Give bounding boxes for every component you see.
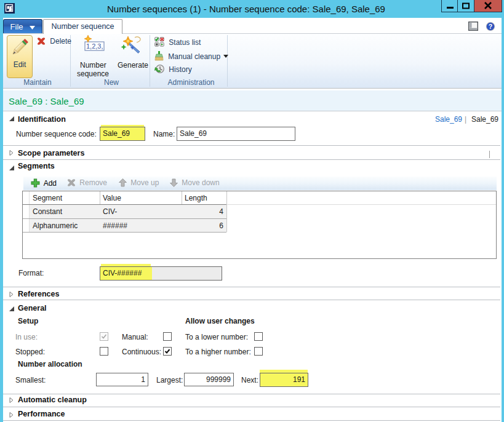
svg-text:1,2,3,: 1,2,3, (86, 42, 103, 50)
svg-text:?: ? (489, 23, 492, 30)
